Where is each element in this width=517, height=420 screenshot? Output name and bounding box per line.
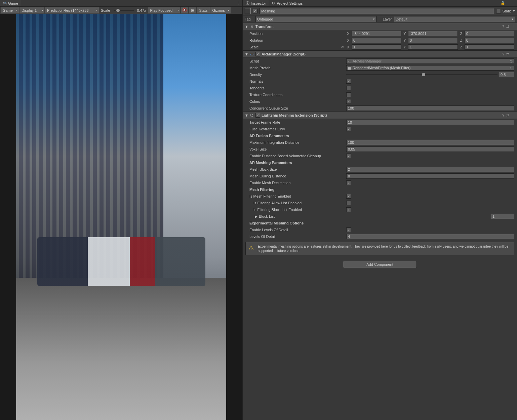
position-x-field[interactable] <box>352 31 401 36</box>
volumetric-cleanup-checkbox[interactable] <box>346 154 351 158</box>
resolution-dropdown[interactable]: PredictionRes (1440x256 <box>45 7 99 13</box>
help-icon[interactable]: ? <box>502 113 504 118</box>
object-picker-icon[interactable]: ⊙ <box>509 59 513 64</box>
tab-project-settings[interactable]: ⚙ Project Settings <box>269 0 305 6</box>
block-list-foldout-icon[interactable]: ▶ <box>255 214 257 219</box>
scale-slider[interactable] <box>114 10 134 11</box>
static-toggle[interactable]: Static ▾ <box>496 9 515 13</box>
prefab-icon: ▦ <box>348 66 351 70</box>
game-mode-dropdown[interactable]: Game <box>1 7 19 13</box>
transform-foldout-icon[interactable]: ▼ <box>245 25 248 29</box>
tag-dropdown[interactable]: Untagged <box>255 16 376 22</box>
texcoords-checkbox[interactable] <box>346 92 351 97</box>
transform-icon: ⤧ <box>249 24 254 29</box>
play-mode-dropdown[interactable]: Play Focused <box>148 7 180 13</box>
display-dropdown[interactable]: Display 1 <box>19 7 44 13</box>
component-menu-icon[interactable]: ⋮ <box>511 113 515 118</box>
inspector-tab-bar: ⓘ Inspector ⚙ Project Settings 🔒 ⋮ <box>243 0 517 7</box>
max-integration-field[interactable] <box>346 140 514 145</box>
scale-z-field[interactable] <box>465 44 514 50</box>
position-row: Position X Y Z <box>243 30 517 37</box>
preset-icon[interactable]: ⇄ <box>506 25 509 29</box>
tag-layer-row: Tag Untagged Layer Default <box>243 15 517 23</box>
game-tab-menu-icon[interactable]: ⋮ <box>235 1 242 5</box>
preset-icon[interactable]: ⇄ <box>506 52 509 56</box>
colors-checkbox[interactable] <box>346 99 351 104</box>
fuse-keyframes-checkbox[interactable] <box>346 127 351 131</box>
gizmos-dropdown[interactable]: Gizmos <box>210 7 231 13</box>
script-field: ▭ARMeshManager⊙ <box>346 58 514 64</box>
game-toolbar: Game Display 1 PredictionRes (1440x256 S… <box>0 7 242 14</box>
experimental-header: Experimental Meshing Options <box>245 221 346 225</box>
mesh-filtering-checkbox[interactable] <box>346 194 351 199</box>
add-component-button[interactable]: Add Component <box>343 261 417 268</box>
armesh-foldout-icon[interactable]: ▼ <box>245 52 248 56</box>
gear-icon: ⚙ <box>271 1 275 5</box>
inspector-lock-icon[interactable]: 🔒 <box>499 1 507 5</box>
warning-text: Experimental meshing options are feature… <box>258 244 511 253</box>
tab-settings-label: Project Settings <box>277 1 303 5</box>
allow-list-checkbox[interactable] <box>346 201 351 205</box>
rotation-x-field[interactable] <box>352 38 401 43</box>
position-z-field[interactable] <box>465 31 514 36</box>
game-controller-icon: 🎮 <box>3 1 7 5</box>
script-file-icon: ▭ <box>348 59 351 64</box>
density-slider[interactable] <box>346 74 498 75</box>
target-framerate-field[interactable] <box>346 120 514 125</box>
voxel-size-field[interactable] <box>346 146 514 152</box>
armeshmanager-header[interactable]: ▼ ▭ ARMeshManager (Script) ? ⇄ ⋮ <box>243 50 517 58</box>
component-menu-icon[interactable]: ⋮ <box>511 25 515 29</box>
scale-x-field[interactable] <box>352 44 401 50</box>
mesh-block-size-field[interactable] <box>346 167 514 172</box>
game-tab-bar: 🎮 Game ⋮ <box>0 0 242 7</box>
rotation-z-field[interactable] <box>465 38 514 43</box>
stats-button[interactable]: Stats <box>197 7 209 13</box>
tab-inspector-label: Inspector <box>251 1 266 5</box>
script-icon: ▭ <box>249 52 254 56</box>
normals-checkbox[interactable] <box>346 79 351 84</box>
layer-label: Layer <box>379 17 392 21</box>
tangents-checkbox[interactable] <box>346 86 351 90</box>
static-dropdown-arrow[interactable]: ▾ <box>513 9 515 13</box>
help-icon[interactable]: ? <box>502 52 504 56</box>
inspector-panel: ⓘ Inspector ⚙ Project Settings 🔒 ⋮ Stati… <box>242 0 517 420</box>
transform-header[interactable]: ▼ ⤧ Transform ? ⇄ ⋮ <box>243 23 517 30</box>
mesh-prefab-field[interactable]: ▦RenderedMeshPrefab (Mesh Filter)⊙ <box>346 65 514 71</box>
gameobject-enabled-checkbox[interactable] <box>253 9 257 13</box>
mute-audio-button[interactable]: 🔇 <box>181 7 188 13</box>
lightship-title: Lightship Meshing Extension (Script) <box>262 113 501 117</box>
armesh-enabled-checkbox[interactable] <box>255 52 260 56</box>
object-picker-icon[interactable]: ⊙ <box>509 66 513 70</box>
mesh-decimation-checkbox[interactable] <box>346 180 351 185</box>
game-viewport <box>0 14 242 420</box>
scale-link-icon[interactable]: 👁 <box>341 45 344 49</box>
focus-button[interactable]: ▣ <box>189 7 196 13</box>
queue-size-field[interactable] <box>346 106 514 111</box>
mesh-culling-field[interactable] <box>346 173 514 179</box>
lod-enabled-checkbox[interactable] <box>346 227 351 232</box>
layer-dropdown[interactable]: Default <box>394 16 515 22</box>
lightship-header[interactable]: ▼ ⬡ Lightship Meshing Extension (Script)… <box>243 112 517 119</box>
tab-game[interactable]: 🎮 Game <box>0 0 21 6</box>
tab-inspector[interactable]: ⓘ Inspector <box>243 0 269 6</box>
scale-y-field[interactable] <box>408 44 458 50</box>
experimental-warning-box: ⚠ Experimental meshing options are featu… <box>245 242 514 255</box>
density-value-field[interactable] <box>499 72 514 77</box>
gameobject-icon[interactable] <box>245 8 251 14</box>
meshing-header: AR Meshing Parameters <box>245 161 346 165</box>
lightship-enabled-checkbox[interactable] <box>255 113 260 118</box>
rotation-y-field[interactable] <box>408 38 458 43</box>
lod-field[interactable] <box>346 234 514 239</box>
inspector-menu-icon[interactable]: ⋮ <box>509 1 517 5</box>
position-y-field[interactable] <box>408 31 458 36</box>
preset-icon[interactable]: ⇄ <box>506 113 509 118</box>
scale-label: Scale <box>100 8 112 12</box>
static-checkbox[interactable] <box>496 9 501 13</box>
component-menu-icon[interactable]: ⋮ <box>511 52 515 56</box>
static-label: Static <box>502 9 512 13</box>
lightship-foldout-icon[interactable]: ▼ <box>245 113 248 117</box>
gameobject-name-field[interactable] <box>260 8 494 14</box>
help-icon[interactable]: ? <box>502 25 504 29</box>
block-list-count-field[interactable] <box>491 214 514 219</box>
block-list-enabled-checkbox[interactable] <box>346 207 351 212</box>
